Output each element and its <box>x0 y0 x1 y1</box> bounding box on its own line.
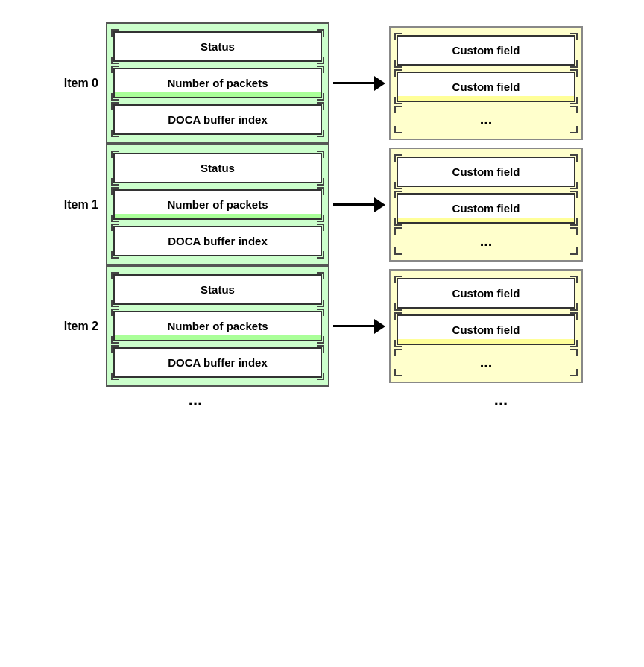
item-label-0: Item 0 <box>61 77 106 90</box>
optional-block-0: Custom fieldCustom field... <box>389 26 583 140</box>
opt-field-wrap-0-2: ... <box>397 108 575 131</box>
arrow-shape-2 <box>333 319 385 334</box>
bottom-ellipsis-semaphore: ... <box>83 391 307 410</box>
bottom-ellipsis-row: ... ... <box>39 391 605 410</box>
arrow-line-0 <box>333 82 374 84</box>
arrow-1 <box>329 197 389 212</box>
opt-field-wrap-1-2: ... <box>397 230 575 253</box>
opt-field-wrap-2-0: Custom field <box>397 278 575 309</box>
diagram-body: Item 0StatusNumber of packetsDOCA buffer… <box>61 22 583 387</box>
sem-field-0-2: DOCA buffer index <box>113 104 322 135</box>
opt-ellipsis-0-2: ... <box>397 108 575 131</box>
arrow-head-2 <box>374 319 385 334</box>
opt-field-0-1: Custom field <box>397 72 575 102</box>
sem-field-wrap-2-0: Status <box>113 274 322 305</box>
sem-field-1-0: Status <box>113 153 322 183</box>
semaphore-block-1: StatusNumber of packetsDOCA buffer index <box>106 144 329 265</box>
item-row-1: Item 1StatusNumber of packetsDOCA buffer… <box>61 144 583 265</box>
arrow-shape-1 <box>333 197 385 212</box>
opt-field-0-0: Custom field <box>397 35 575 66</box>
opt-ellipsis-2-2: ... <box>397 351 575 374</box>
item-label-1: Item 1 <box>61 198 106 212</box>
sem-field-0-0: Status <box>113 31 322 62</box>
bottom-ellipsis-optional: ... <box>404 391 598 410</box>
arrow-0 <box>329 76 389 91</box>
opt-field-2-1: Custom field <box>397 314 575 345</box>
optional-block-1: Custom fieldCustom field... <box>389 148 583 262</box>
opt-field-wrap-1-1: Custom field <box>397 193 575 224</box>
opt-field-1-0: Custom field <box>397 157 575 187</box>
optional-block-2: Custom fieldCustom field... <box>389 269 583 383</box>
opt-field-wrap-1-0: Custom field <box>397 157 575 187</box>
opt-ellipsis-1-2: ... <box>397 230 575 253</box>
item-label-2: Item 2 <box>61 320 106 333</box>
sem-field-wrap-0-1: Number of packets <box>113 68 322 98</box>
item-row-2: Item 2StatusNumber of packetsDOCA buffer… <box>61 265 583 387</box>
sem-field-wrap-2-2: DOCA buffer index <box>113 347 322 378</box>
arrow-line-2 <box>333 325 374 327</box>
sem-field-2-0: Status <box>113 274 322 305</box>
semaphore-block-0: StatusNumber of packetsDOCA buffer index <box>106 22 329 144</box>
semaphore-block-2: StatusNumber of packetsDOCA buffer index <box>106 265 329 387</box>
opt-field-2-0: Custom field <box>397 278 575 309</box>
sem-field-1-2: DOCA buffer index <box>113 226 322 256</box>
sem-field-wrap-1-1: Number of packets <box>113 189 322 220</box>
sem-field-2-2: DOCA buffer index <box>113 347 322 378</box>
item-row-0: Item 0StatusNumber of packetsDOCA buffer… <box>61 22 583 144</box>
opt-field-wrap-0-1: Custom field <box>397 72 575 102</box>
sem-field-wrap-1-0: Status <box>113 153 322 183</box>
sem-field-1-1: Number of packets <box>113 189 322 220</box>
opt-field-wrap-0-0: Custom field <box>397 35 575 66</box>
arrow-shape-0 <box>333 76 385 91</box>
opt-field-wrap-2-2: ... <box>397 351 575 374</box>
arrow-head-0 <box>374 76 385 91</box>
arrow-head-1 <box>374 197 385 212</box>
sem-field-wrap-0-2: DOCA buffer index <box>113 104 322 135</box>
arrow-2 <box>329 319 389 334</box>
opt-field-1-1: Custom field <box>397 193 575 224</box>
sem-field-wrap-0-0: Status <box>113 31 322 62</box>
sem-field-wrap-2-1: Number of packets <box>113 311 322 341</box>
sem-field-wrap-1-2: DOCA buffer index <box>113 226 322 256</box>
sem-field-2-1: Number of packets <box>113 311 322 341</box>
sem-field-0-1: Number of packets <box>113 68 322 98</box>
opt-field-wrap-2-1: Custom field <box>397 314 575 345</box>
arrow-line-1 <box>333 203 374 206</box>
